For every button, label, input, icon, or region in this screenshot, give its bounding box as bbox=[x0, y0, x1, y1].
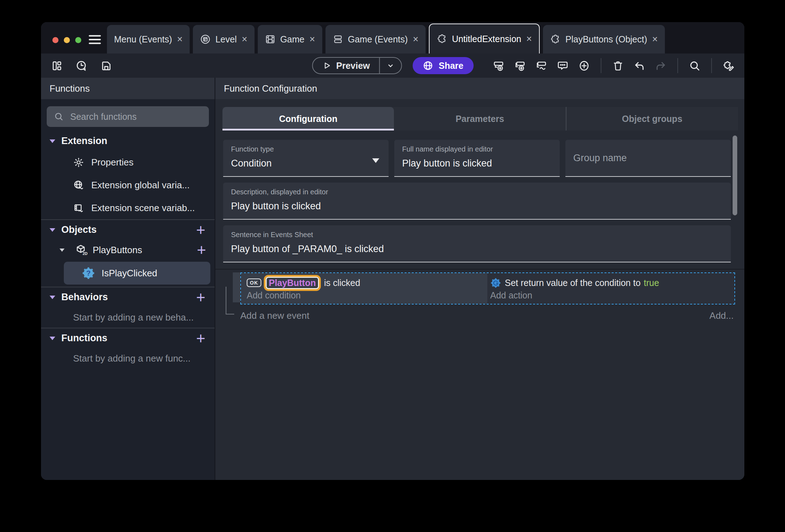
scene-variable-icon bbox=[73, 203, 84, 214]
field-label: Description, displayed in editor bbox=[231, 188, 723, 196]
button-object-icon: OK bbox=[247, 278, 261, 287]
history-button[interactable] bbox=[76, 60, 87, 72]
preview-split-button: Preview bbox=[312, 57, 402, 74]
tree-item-isplayclicked-selected[interactable]: ? IsPlayClicked bbox=[64, 262, 210, 285]
tab-playbuttons-object[interactable]: PlayButtons (Object) × bbox=[543, 25, 665, 53]
gear-icon bbox=[73, 157, 84, 168]
svg-text:?: ? bbox=[86, 269, 91, 277]
add-function-button[interactable]: + bbox=[196, 331, 205, 346]
hamburger-icon bbox=[88, 34, 101, 45]
close-icon[interactable]: × bbox=[526, 34, 532, 45]
event-drag-gutter[interactable] bbox=[233, 272, 240, 302]
tab-menu-events[interactable]: Menu (Events) × bbox=[107, 25, 190, 53]
tree-item-playbuttons[interactable]: 2D PlayButtons + bbox=[41, 240, 215, 260]
function-configuration-panel: Function Configuration Configuration Par… bbox=[215, 78, 744, 480]
preview-options-button[interactable] bbox=[380, 58, 401, 73]
configuration-form: Function type Condition Full name displa… bbox=[215, 131, 744, 262]
chevron-down-icon[interactable] bbox=[60, 249, 65, 252]
tab-label: UntitledExtension bbox=[452, 34, 522, 44]
tab-level[interactable]: Level × bbox=[193, 25, 255, 53]
traffic-lights bbox=[52, 37, 81, 43]
add-function-to-object-button[interactable]: + bbox=[197, 243, 206, 257]
sidebar-item-properties[interactable]: Properties bbox=[41, 151, 215, 174]
tab-label: PlayButtons (Object) bbox=[565, 34, 647, 45]
close-icon[interactable]: × bbox=[242, 34, 247, 45]
condition-object-name[interactable]: PlayButton bbox=[266, 277, 319, 289]
puzzle-icon bbox=[437, 34, 447, 44]
section-extension[interactable]: Extension bbox=[41, 131, 215, 151]
desktop-background: Menu (Events) × Level × Game × Game (Eve… bbox=[0, 0, 785, 532]
add-action-button[interactable]: Add action bbox=[490, 290, 734, 301]
comment-icon bbox=[557, 60, 569, 72]
tab-label: Game (Events) bbox=[348, 34, 408, 45]
undo-button[interactable] bbox=[633, 60, 645, 72]
condition-function-icon: ? bbox=[82, 266, 95, 280]
tab-parameters[interactable]: Parameters bbox=[394, 107, 565, 131]
close-icon[interactable]: × bbox=[177, 34, 183, 45]
section-behaviors[interactable]: Behaviors + bbox=[41, 287, 215, 307]
minimize-window-button[interactable] bbox=[64, 37, 70, 43]
sentence-field[interactable]: Sentence in Events Sheet Play button of … bbox=[223, 225, 731, 262]
scrollbar-thumb[interactable] bbox=[733, 135, 737, 215]
close-icon[interactable]: × bbox=[309, 34, 315, 45]
toolbar: Preview Share bbox=[41, 53, 744, 78]
close-icon[interactable]: × bbox=[652, 34, 658, 45]
close-icon[interactable]: × bbox=[413, 34, 419, 45]
toolbar-separator bbox=[711, 58, 712, 73]
add-element-button[interactable] bbox=[578, 60, 590, 72]
tab-game[interactable]: Game × bbox=[258, 25, 322, 53]
search-icon bbox=[54, 112, 64, 122]
share-button[interactable]: Share bbox=[413, 57, 473, 74]
action-line[interactable]: Set return value of the condition to tru… bbox=[490, 276, 734, 290]
sidebar-item-extension-global-variables[interactable]: Extension global varia... bbox=[41, 174, 215, 196]
tab-game-events[interactable]: Game (Events) × bbox=[325, 25, 426, 53]
description-field[interactable]: Description, displayed in editor Play bu… bbox=[223, 183, 731, 220]
delete-button[interactable] bbox=[612, 60, 624, 72]
event-row-selected[interactable]: OK PlayButton is clicked Add condition S… bbox=[240, 272, 735, 305]
globe-variable-icon bbox=[73, 180, 84, 191]
save-button[interactable] bbox=[100, 60, 112, 72]
svg-text:2D: 2D bbox=[83, 251, 88, 256]
sidebar-header: Functions bbox=[41, 78, 215, 99]
group-name-field[interactable]: Group name bbox=[565, 140, 731, 177]
redo-button[interactable] bbox=[655, 60, 667, 72]
full-name-field[interactable]: Full name displayed in editor Play butto… bbox=[394, 140, 560, 177]
conditions-column[interactable]: OK PlayButton is clicked Add condition bbox=[241, 273, 487, 304]
toolbar-separator bbox=[601, 58, 601, 73]
edit-extension-button[interactable] bbox=[723, 60, 734, 72]
section-functions[interactable]: Functions + bbox=[41, 328, 215, 348]
tab-configuration[interactable]: Configuration bbox=[222, 107, 394, 131]
preview-button[interactable]: Preview bbox=[313, 58, 379, 73]
add-other-event-button[interactable] bbox=[535, 60, 547, 72]
function-type-select[interactable]: Function type Condition bbox=[223, 140, 389, 177]
cube-2d-icon: 2D bbox=[75, 244, 88, 256]
add-new-event-button[interactable]: Add a new event bbox=[240, 310, 309, 321]
main-menu-button[interactable] bbox=[88, 34, 101, 45]
redo-icon bbox=[655, 60, 667, 72]
condition-line[interactable]: OK PlayButton is clicked bbox=[247, 276, 487, 290]
add-more-button[interactable]: Add... bbox=[709, 310, 734, 321]
add-event-button[interactable] bbox=[493, 60, 504, 72]
add-other-event-icon bbox=[535, 60, 547, 72]
share-label: Share bbox=[439, 61, 463, 71]
add-object-button[interactable]: + bbox=[196, 223, 205, 237]
main-panel-header: Function Configuration bbox=[215, 78, 744, 99]
close-window-button[interactable] bbox=[52, 37, 58, 43]
action-value[interactable]: true bbox=[644, 278, 659, 288]
home-layout-button[interactable] bbox=[51, 60, 63, 72]
maximize-window-button[interactable] bbox=[75, 37, 81, 43]
add-event-icon bbox=[493, 60, 504, 72]
search-input[interactable] bbox=[70, 112, 202, 122]
section-objects[interactable]: Objects + bbox=[41, 220, 215, 240]
add-subevent-button[interactable] bbox=[514, 60, 526, 72]
sidebar-item-extension-scene-variables[interactable]: Extension scene variab... bbox=[41, 196, 215, 219]
search-functions-field[interactable] bbox=[47, 106, 209, 127]
add-behavior-button[interactable]: + bbox=[196, 290, 205, 305]
actions-column[interactable]: Set return value of the condition to tru… bbox=[487, 273, 734, 304]
tab-untitled-extension[interactable]: UntitledExtension × bbox=[429, 24, 540, 53]
field-value: Play button is clicked bbox=[231, 201, 723, 212]
search-button[interactable] bbox=[689, 60, 701, 72]
add-comment-button[interactable] bbox=[557, 60, 569, 72]
add-condition-button[interactable]: Add condition bbox=[247, 290, 487, 301]
tab-object-groups[interactable]: Object groups bbox=[566, 107, 738, 131]
